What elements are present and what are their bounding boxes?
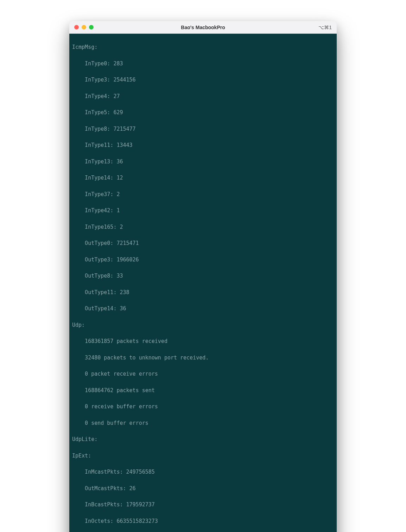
stat-line: InOctets: 6635515823273 [72,517,337,525]
stat-line: InType13: 36 [72,158,337,166]
stat-line: OutType0: 7215471 [72,239,337,247]
stat-line: InType165: 2 [72,223,337,231]
stat-line: InType11: 13443 [72,141,337,149]
stat-line: InType42: 1 [72,207,337,215]
stat-line: InType37: 2 [72,190,337,199]
minimize-icon[interactable] [82,25,86,30]
stat-line: OutMcastPkts: 26 [72,485,337,493]
terminal-window: Bao's MacbookPro ⌥⌘1 IcmpMsg: InType0: 2… [69,21,337,532]
stat-line: OutType8: 33 [72,272,337,280]
stat-line: InType5: 629 [72,109,337,117]
stat-line: OutType11: 238 [72,288,337,297]
section-header-udplite: UdpLite: [72,435,337,443]
maximize-icon[interactable] [89,25,94,30]
stat-line: InType4: 27 [72,92,337,100]
stat-line: InType0: 283 [72,60,337,68]
stat-line: InMcastPkts: 249756585 [72,468,337,476]
close-icon[interactable] [74,25,79,30]
traffic-lights [74,25,94,30]
stat-line: InBcastPkts: 179592737 [72,501,337,509]
section-header-ipext: IpExt: [72,452,337,460]
stat-line: 0 receive buffer errors [72,403,337,411]
section-header-icmpmsg: IcmpMsg: [72,43,337,51]
stat-line: 168864762 packets sent [72,387,337,395]
window-shortcut: ⌥⌘1 [318,25,332,30]
stat-line: 0 send buffer errors [72,419,337,427]
stat-line: 32480 packets to unknown port received. [72,354,337,362]
terminal-output[interactable]: IcmpMsg: InType0: 283 InType3: 2544156 I… [69,34,337,532]
stat-line: 0 packet receive errors [72,370,337,378]
stat-line: OutType3: 1966026 [72,256,337,264]
stat-line: InType3: 2544156 [72,76,337,84]
stat-line: InType14: 12 [72,174,337,182]
titlebar[interactable]: Bao's MacbookPro ⌥⌘1 [69,21,337,34]
stat-line: 168361857 packets received [72,337,337,345]
stat-line: InType8: 7215477 [72,125,337,133]
stat-line: OutType14: 36 [72,305,337,313]
window-title: Bao's MacbookPro [181,25,225,30]
section-header-udp: Udp: [72,321,337,329]
